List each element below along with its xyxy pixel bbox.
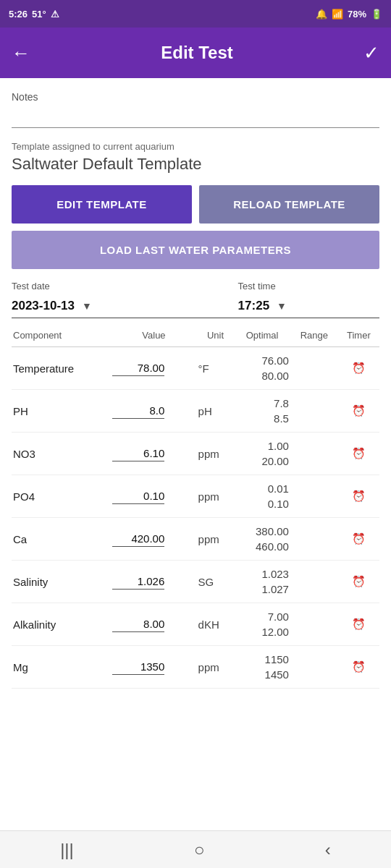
status-right: 🔔 📶 78% 🔋: [316, 9, 382, 20]
cell-component: Ca: [12, 518, 111, 561]
table-row: NO3 ppm 1.0020.00 ⏰: [12, 433, 379, 475]
cell-range: [290, 347, 338, 390]
reload-template-button[interactable]: RELOAD TEMPLATE: [199, 185, 379, 224]
page-title: Edit Test: [161, 43, 233, 63]
date-time-row: Test date 2023-10-13 ▼ Test time 17:25 ▼: [12, 281, 379, 318]
cell-unit: dKH: [197, 603, 235, 646]
cell-value[interactable]: [111, 646, 196, 689]
nav-menu-button[interactable]: |||: [43, 834, 91, 866]
template-buttons-row: EDIT TEMPLATE RELOAD TEMPLATE: [12, 185, 379, 224]
cell-component: Mg: [12, 646, 111, 689]
cell-value[interactable]: [111, 475, 196, 518]
cell-component: PH: [12, 390, 111, 433]
value-input[interactable]: [112, 360, 164, 376]
alarm-icon: 🔔: [316, 9, 327, 20]
value-input[interactable]: [112, 488, 164, 504]
cell-component: Salinity: [12, 561, 111, 603]
cell-timer[interactable]: ⏰: [338, 433, 379, 475]
col-range: Range: [290, 327, 338, 347]
cell-range: [290, 475, 338, 518]
status-bar: 5:26 51° ⚠ 🔔 📶 78% 🔋: [0, 0, 391, 27]
value-input[interactable]: [112, 446, 164, 461]
cell-timer[interactable]: ⏰: [338, 603, 379, 646]
cell-timer[interactable]: ⏰: [338, 646, 379, 689]
cell-range: [290, 390, 338, 433]
cell-optimal: 1.0020.00: [234, 433, 290, 475]
time-dropdown-arrow: ▼: [277, 300, 287, 312]
cell-timer[interactable]: ⏰: [338, 475, 379, 518]
time-value: 17:25: [238, 299, 269, 313]
col-timer: Timer: [338, 327, 379, 347]
cell-value[interactable]: [111, 347, 196, 390]
cell-unit: SG: [197, 561, 235, 603]
battery-icon: 🔋: [371, 9, 382, 20]
load-water-button[interactable]: LOAD LAST WATER PARAMETERS: [12, 231, 379, 269]
cell-timer[interactable]: ⏰: [338, 518, 379, 561]
col-optimal: Optimal: [234, 327, 290, 347]
date-value: 2023-10-13: [12, 299, 75, 313]
table-row: PH pH 7.88.5 ⏰: [12, 390, 379, 433]
back-button[interactable]: ←: [12, 42, 30, 64]
bottom-nav: ||| ○ ‹: [0, 830, 391, 868]
params-table: Component Value Unit Optimal Range Timer…: [12, 327, 379, 689]
cell-optimal: 7.88.5: [234, 390, 290, 433]
time-label: Test time: [238, 281, 379, 292]
cell-value[interactable]: [111, 603, 196, 646]
cell-component: Temperature: [12, 347, 111, 390]
cell-range: [290, 603, 338, 646]
template-assigned-label: Template assigned to current aquarium: [12, 141, 379, 152]
col-component: Component: [12, 327, 111, 347]
cell-range: [290, 646, 338, 689]
cell-unit: ppm: [197, 475, 235, 518]
time-dropdown[interactable]: 17:25 ▼: [238, 294, 379, 318]
value-input[interactable]: [112, 531, 164, 547]
value-input[interactable]: [112, 403, 164, 419]
cell-component: Alkalinity: [12, 603, 111, 646]
value-input[interactable]: [112, 616, 164, 632]
notes-label: Notes: [12, 91, 379, 103]
table-row: Mg ppm 11501450 ⏰: [12, 646, 379, 689]
date-section: Test date 2023-10-13 ▼: [12, 281, 238, 318]
date-label: Test date: [12, 281, 238, 292]
date-dropdown[interactable]: 2023-10-13 ▼: [12, 294, 238, 318]
time-section: Test time 17:25 ▼: [238, 281, 379, 318]
table-row: PO4 ppm 0.010.10 ⏰: [12, 475, 379, 518]
cell-unit: pH: [197, 390, 235, 433]
nav-back-button[interactable]: ‹: [308, 834, 348, 866]
nav-home-button[interactable]: ○: [177, 834, 222, 866]
cell-value[interactable]: [111, 561, 196, 603]
cell-component: NO3: [12, 433, 111, 475]
battery-text: 78%: [348, 9, 366, 20]
cell-unit: °F: [197, 347, 235, 390]
table-row: Ca ppm 380.00460.00 ⏰: [12, 518, 379, 561]
value-input[interactable]: [112, 574, 164, 590]
cell-unit: ppm: [197, 646, 235, 689]
cell-value[interactable]: [111, 518, 196, 561]
edit-template-button[interactable]: EDIT TEMPLATE: [12, 185, 192, 224]
cell-range: [290, 433, 338, 475]
template-name: Saltwater Default Template: [12, 155, 379, 174]
notes-input[interactable]: [12, 106, 379, 128]
cell-timer[interactable]: ⏰: [338, 561, 379, 603]
date-dropdown-arrow: ▼: [82, 300, 92, 312]
status-temp: 51°: [32, 9, 46, 20]
cell-component: PO4: [12, 475, 111, 518]
cell-unit: ppm: [197, 518, 235, 561]
table-row: Alkalinity dKH 7.0012.00 ⏰: [12, 603, 379, 646]
col-unit: Unit: [197, 327, 235, 347]
table-row: Salinity SG 1.0231.027 ⏰: [12, 561, 379, 603]
confirm-button[interactable]: ✓: [363, 42, 379, 64]
value-input[interactable]: [112, 659, 164, 675]
cell-value[interactable]: [111, 433, 196, 475]
status-time: 5:26: [9, 9, 28, 20]
col-value: Value: [111, 327, 196, 347]
cell-optimal: 0.010.10: [234, 475, 290, 518]
top-bar: ← Edit Test ✓: [0, 27, 391, 78]
cell-value[interactable]: [111, 390, 196, 433]
cell-timer[interactable]: ⏰: [338, 390, 379, 433]
status-left: 5:26 51° ⚠: [9, 9, 59, 20]
status-warning-icon: ⚠: [51, 9, 59, 20]
cell-optimal: 380.00460.00: [234, 518, 290, 561]
cell-range: [290, 518, 338, 561]
cell-timer[interactable]: ⏰: [338, 347, 379, 390]
